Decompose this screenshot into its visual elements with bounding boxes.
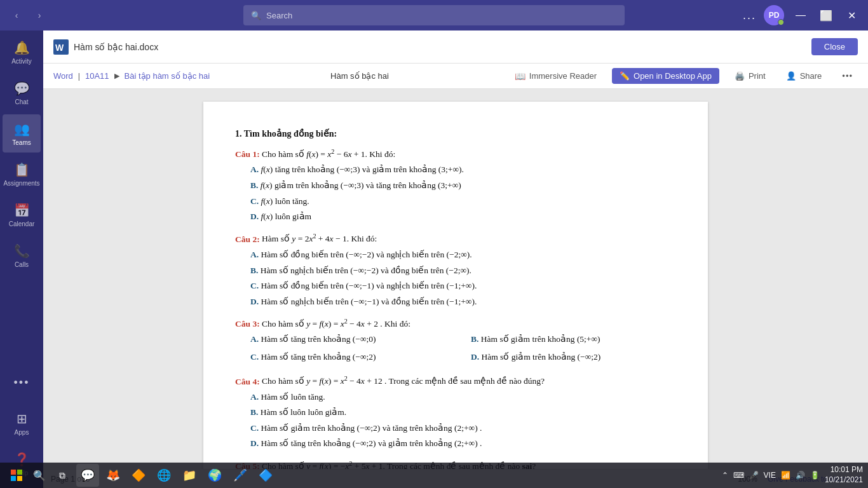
more-dots-icon: ••• (14, 376, 30, 390)
q3-label: Câu 3: (235, 319, 260, 329)
breadcrumb-bar: Word | 10A11 ▶ Bài tập hàm số bậc hai Hà… (43, 64, 868, 89)
taskbar-teams-icon: 💬 (81, 468, 95, 482)
search-placeholder: Search (266, 11, 292, 20)
taskbar-edge-app[interactable]: 🌐 (153, 464, 175, 487)
language-indicator: VIE (764, 471, 776, 480)
q3-option-c: C. Hàm số tăng trên khoảng (−∞;2) (250, 350, 456, 364)
apps-icon: ⊞ (17, 411, 27, 426)
sidebar-item-teams[interactable]: 👥 Teams (3, 114, 41, 152)
assignments-icon: 📋 (14, 162, 30, 177)
q3-options-row1: A. Hàm số tăng trên khoảng (−∞;0) B. Hàm… (235, 330, 676, 348)
q3-options-row2: C. Hàm số tăng trên khoảng (−∞;2) D. Hàm… (235, 348, 676, 366)
question-1: Câu 1: Cho hàm số f(x) = x2 − 6x + 1. Kh… (235, 146, 676, 223)
sidebar-label-activity: Activity (11, 58, 32, 65)
taskview-button[interactable]: ⧉ (51, 464, 74, 487)
question-2: Câu 2: Hàm số y = 2x2 + 4x − 1. Khi đó: … (235, 231, 676, 308)
sidebar-label-calendar: Calendar (9, 220, 35, 227)
taskbar-search-button[interactable]: 🔍 (28, 464, 51, 487)
taskbar-apps: 💬 🦊 🔶 🌐 📁 🌍 🖊️ 🔷 (76, 464, 277, 487)
word-doc-icon: W (53, 39, 69, 55)
close-doc-button[interactable]: Close (811, 38, 858, 55)
nav-arrows: ‹ › (8, 6, 48, 24)
taskbar-app7-icon: 🖊️ (233, 468, 247, 482)
open-desktop-button[interactable]: ✏️ Open in Desktop App (612, 68, 719, 84)
print-button[interactable]: 🖨️ Print (729, 69, 771, 83)
q3-option-b: B. Hàm số giảm trên khoảng (5;+∞) (471, 332, 676, 346)
more-options-button[interactable]: ... (743, 9, 756, 22)
keyboard-icon: ⌨ (733, 471, 744, 480)
breadcrumb-sep: | (78, 72, 80, 81)
q1-option-a: A. f(x) tăng trên khoảng (−∞;3) và giảm … (250, 163, 676, 177)
search-bar[interactable]: 🔍 Search (243, 5, 625, 25)
taskbar-firefox-app[interactable]: 🦊 (102, 464, 125, 487)
sidebar-item-more[interactable]: ••• (3, 363, 41, 402)
taskbar-explorer-app[interactable]: 📁 (178, 464, 201, 487)
sidebar-item-apps[interactable]: ⊞ Apps (3, 404, 41, 442)
taskbar-teams-app[interactable]: 💬 (76, 464, 99, 487)
titlebar: ‹ › 🔍 Search ... PD — ⬜ ✕ (0, 0, 868, 30)
doc-filename: Hàm số bậc hai.docx (74, 42, 811, 52)
immersive-reader-icon: 📖 (515, 71, 526, 81)
taskbar-app7[interactable]: 🖊️ (229, 464, 252, 487)
clock-date: 10/21/2021 (825, 475, 863, 485)
maximize-button[interactable]: ⬜ (817, 6, 835, 24)
content-area: 1. Tìm khoảng đồng biến: Câu 1: Cho hàm … (43, 89, 868, 469)
print-icon: 🖨️ (735, 71, 745, 81)
q2-option-a: A. Hàm số đồng biến trên (−∞;−2) và nghị… (250, 248, 676, 262)
taskbar-chrome-icon: 🌍 (208, 468, 222, 482)
system-tray: ⌃ ⌨ 🎤 VIE 📶 🔊 🔋 10:01 PM 10/21/2021 (722, 465, 863, 485)
volume-icon: 🔊 (796, 471, 805, 480)
breadcrumb-word[interactable]: Word (53, 71, 73, 81)
toolbar-more-button[interactable]: ••• (837, 69, 858, 83)
windows-logo-icon (11, 470, 22, 481)
avatar[interactable]: PD (764, 5, 784, 25)
taskbar-msteams-app[interactable]: 🔷 (254, 464, 277, 487)
breadcrumb-arrow: ▶ (114, 72, 119, 80)
sidebar-item-assignments[interactable]: 📋 Assignments (3, 155, 41, 193)
sidebar-item-calls[interactable]: 📞 Calls (3, 236, 41, 274)
taskview-icon: ⧉ (59, 470, 65, 481)
mic-icon: 🎤 (749, 471, 759, 480)
breadcrumb-class[interactable]: 10A11 (85, 71, 109, 81)
share-button[interactable]: 👤 Share (781, 69, 827, 83)
taskbar-explorer-icon: 📁 (182, 468, 196, 482)
wifi-icon: 📶 (781, 471, 790, 480)
svg-text:W: W (55, 43, 64, 53)
doc-header: W Hàm số bậc hai.docx Close (43, 30, 868, 64)
calls-icon: 📞 (14, 243, 30, 259)
q1-option-b: B. f(x) giảm trên khoảng (−∞;3) và tăng … (250, 179, 676, 193)
sidebar-item-activity[interactable]: 🔔 Activity (3, 33, 41, 71)
sidebar-label-assignments: Assignments (3, 180, 39, 187)
tray-chevron[interactable]: ⌃ (722, 471, 728, 480)
q2-option-b: B. Hàm số nghịch biến trên (−∞;−2) và đồ… (250, 264, 676, 278)
sidebar-item-calendar[interactable]: 📅 Calendar (3, 196, 41, 234)
back-arrow[interactable]: ‹ (8, 6, 25, 24)
titlebar-right: ... PD — ⬜ ✕ (743, 5, 860, 25)
taskbar-search-icon: 🔍 (33, 470, 46, 482)
q4-option-a: A. Hàm số luôn tăng. (250, 390, 676, 404)
question-3: Câu 3: Cho hàm số y = f(x) = x2 − 4x + 2… (235, 316, 676, 365)
battery-icon: 🔋 (810, 471, 820, 480)
taskbar-firefox-icon: 🦊 (106, 468, 120, 482)
q1-label: Câu 1: (235, 149, 260, 159)
pencil-icon: ✏️ (620, 71, 630, 81)
close-window-button[interactable]: ✕ (843, 6, 860, 24)
q2-option-c: C. Hàm số đồng biến trên (−∞;−1) và nghị… (250, 279, 676, 293)
taskbar-chrome-app[interactable]: 🌍 (203, 464, 226, 487)
share-icon: 👤 (786, 71, 796, 81)
clock-time: 10:01 PM (825, 465, 863, 475)
breadcrumb-doc-center: Hàm số bậc hai (330, 71, 389, 81)
document-page: 1. Tìm khoảng đồng biến: Câu 1: Cho hàm … (203, 102, 708, 469)
windows-taskbar: 🔍 ⧉ 💬 🦊 🔶 🌐 📁 🌍 🖊️ 🔷 ⌃ (0, 463, 868, 488)
minimize-button[interactable]: — (792, 6, 810, 24)
breadcrumb-folder[interactable]: Bài tập hàm số bậc hai (125, 71, 210, 81)
clock: 10:01 PM 10/21/2021 (825, 465, 863, 485)
sidebar: 🔔 Activity 💬 Chat 👥 Teams 📋 Assignments … (0, 30, 43, 488)
svg-rect-4 (11, 476, 16, 481)
calendar-icon: 📅 (14, 203, 30, 218)
start-button[interactable] (5, 464, 28, 487)
taskbar-office-app[interactable]: 🔶 (127, 464, 150, 487)
immersive-reader-button[interactable]: 📖 Immersive Reader (510, 69, 602, 84)
forward-arrow[interactable]: › (31, 6, 48, 24)
sidebar-item-chat[interactable]: 💬 Chat (3, 74, 41, 112)
